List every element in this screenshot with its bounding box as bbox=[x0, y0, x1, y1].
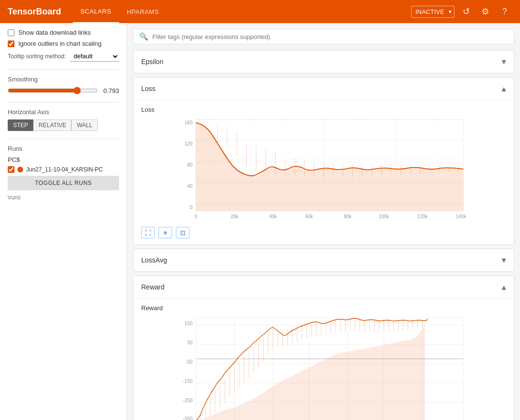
lossavg-expand-icon: ▾ bbox=[502, 255, 506, 265]
svg-text:150: 150 bbox=[185, 321, 193, 326]
divider-2 bbox=[8, 102, 119, 103]
header-nav: SCALARS HPARAMS bbox=[73, 0, 411, 23]
toggle-all-runs-button[interactable]: TOGGLE ALL RUNS bbox=[8, 176, 119, 190]
search-bar: 🔍 bbox=[133, 29, 514, 44]
show-data-download-label: Show data download links bbox=[18, 29, 91, 36]
svg-text:0: 0 bbox=[195, 214, 198, 219]
svg-text:120k: 120k bbox=[417, 214, 428, 219]
sidebar: Show data download links Ignore outliers… bbox=[0, 23, 127, 420]
svg-text:40: 40 bbox=[187, 184, 193, 189]
status-select[interactable]: INACTIVE bbox=[411, 6, 454, 18]
reward-expand-icon: ▴ bbox=[502, 282, 506, 292]
loss-title: Loss bbox=[141, 85, 156, 92]
horiz-axis-label: Horizontal Axis bbox=[8, 108, 119, 116]
epsilon-section: Epsilon ▾ bbox=[133, 50, 514, 73]
svg-text:100k: 100k bbox=[379, 214, 390, 219]
axis-relative-button[interactable]: RELATIVE bbox=[33, 119, 71, 131]
reward-chart-title: Reward bbox=[141, 304, 506, 312]
options-section: Show data download links Ignore outliers… bbox=[8, 29, 119, 62]
help-button[interactable]: ? bbox=[497, 4, 512, 19]
refresh-button[interactable]: ↺ bbox=[458, 4, 474, 19]
axis-wall-button[interactable]: WALL bbox=[71, 119, 97, 131]
loss-data-button[interactable]: ≡ bbox=[159, 227, 172, 238]
epsilon-header[interactable]: Epsilon ▾ bbox=[133, 51, 514, 73]
tooltip-sort-row: Tooltip sorting method: default ascendin… bbox=[8, 51, 119, 62]
nav-scalars[interactable]: SCALARS bbox=[73, 0, 119, 23]
header: TensorBoard SCALARS HPARAMS INACTIVE ▼ ↺… bbox=[0, 0, 520, 23]
reward-title: Reward bbox=[141, 283, 164, 291]
smoothing-row: 0.793 bbox=[8, 87, 119, 94]
ignore-outliers-label: Ignore outliers in chart scaling bbox=[18, 40, 102, 47]
nav-hparams[interactable]: HPARAMS bbox=[119, 0, 167, 23]
run-checkbox[interactable] bbox=[8, 166, 14, 173]
svg-text:-50: -50 bbox=[186, 359, 193, 365]
show-data-download-row[interactable]: Show data download links bbox=[8, 29, 119, 36]
divider-3 bbox=[8, 139, 119, 139]
tooltip-sort-label: Tooltip sorting method: bbox=[8, 53, 66, 60]
loss-content: Loss 160 120 80 40 0 bbox=[133, 100, 514, 244]
layout: Show data download links Ignore outliers… bbox=[0, 23, 520, 420]
runs-section: Runs PC$ Jun27_11-10-04_KARSIN-PC TOGGLE… bbox=[8, 145, 119, 201]
svg-text:140k: 140k bbox=[456, 214, 467, 219]
loss-expand-icon: ▴ bbox=[502, 83, 506, 94]
svg-text:80: 80 bbox=[187, 162, 193, 168]
tooltip-sort-select[interactable]: default ascending descending nearest bbox=[70, 51, 119, 62]
svg-text:160: 160 bbox=[185, 120, 193, 125]
runs-label: Runs bbox=[8, 145, 119, 152]
reward-content: Reward 150 50 -50 -150 -250 -350 bbox=[133, 298, 514, 420]
status-wrapper: INACTIVE ▼ bbox=[411, 6, 454, 18]
smoothing-section: Smoothing 0.793 bbox=[8, 76, 119, 94]
reward-header[interactable]: Reward ▴ bbox=[133, 276, 514, 298]
loss-chart-svg: 160 120 80 40 0 bbox=[141, 117, 506, 223]
app-logo: TensorBoard bbox=[8, 7, 61, 17]
main-content: 🔍 Epsilon ▾ Loss ▴ Loss bbox=[127, 23, 520, 420]
ignore-outliers-checkbox[interactable] bbox=[8, 40, 14, 47]
loss-chart-title: Loss bbox=[141, 106, 506, 113]
settings-button[interactable]: ⚙ bbox=[478, 4, 493, 19]
loss-header[interactable]: Loss ▴ bbox=[133, 78, 514, 100]
epsilon-expand-icon: ▾ bbox=[502, 56, 506, 67]
smoothing-label: Smoothing bbox=[8, 76, 119, 83]
svg-text:0: 0 bbox=[190, 205, 193, 210]
smoothing-value: 0.793 bbox=[102, 87, 119, 94]
reward-chart-container: 150 50 -50 -150 -250 -350 bbox=[141, 315, 506, 420]
axis-buttons: STEP RELATIVE WALL bbox=[8, 119, 119, 131]
loss-chart-controls: ⛶ ≡ ⊡ bbox=[141, 227, 506, 238]
svg-text:-350: -350 bbox=[183, 416, 192, 420]
show-data-download-checkbox[interactable] bbox=[8, 29, 14, 36]
run-item: Jun27_11-10-04_KARSIN-PC bbox=[8, 166, 119, 173]
runs-folder: PC$ bbox=[8, 156, 119, 163]
divider-1 bbox=[8, 69, 119, 70]
horizontal-axis-section: Horizontal Axis STEP RELATIVE WALL bbox=[8, 108, 119, 131]
reward-chart-svg: 150 50 -50 -150 -250 -350 bbox=[141, 315, 506, 420]
svg-text:50: 50 bbox=[187, 340, 193, 345]
svg-text:20k: 20k bbox=[230, 214, 239, 219]
loss-fullscreen-button[interactable]: ⛶ bbox=[141, 227, 155, 238]
reward-section: Reward ▴ Reward 150 50 -50 -150 -250 -35… bbox=[133, 276, 514, 420]
svg-text:-150: -150 bbox=[183, 379, 192, 384]
ignore-outliers-row[interactable]: Ignore outliers in chart scaling bbox=[8, 40, 119, 47]
lossavg-header[interactable]: LossAvg ▾ bbox=[133, 249, 514, 271]
loss-chart-container: 160 120 80 40 0 bbox=[141, 117, 506, 223]
header-right: INACTIVE ▼ ↺ ⚙ ? bbox=[411, 4, 512, 19]
svg-text:120: 120 bbox=[185, 141, 193, 146]
lossavg-title: LossAvg bbox=[141, 256, 167, 264]
epsilon-title: Epsilon bbox=[141, 58, 163, 66]
svg-text:80k: 80k bbox=[344, 214, 352, 219]
svg-text:60k: 60k bbox=[305, 214, 313, 219]
svg-text:40k: 40k bbox=[269, 214, 277, 219]
smoothing-slider[interactable] bbox=[8, 87, 98, 94]
loss-svg-button[interactable]: ⊡ bbox=[176, 227, 189, 238]
lossavg-section: LossAvg ▾ bbox=[133, 249, 514, 272]
loss-section: Loss ▴ Loss 160 120 bbox=[133, 77, 514, 245]
search-input[interactable] bbox=[152, 33, 508, 40]
run-name: Jun27_11-10-04_KARSIN-PC bbox=[26, 166, 103, 173]
search-icon: 🔍 bbox=[139, 32, 148, 41]
runs-path: \runs bbox=[8, 194, 119, 201]
axis-step-button[interactable]: STEP bbox=[8, 119, 33, 131]
run-color-dot bbox=[17, 167, 23, 172]
svg-text:-250: -250 bbox=[183, 398, 192, 403]
